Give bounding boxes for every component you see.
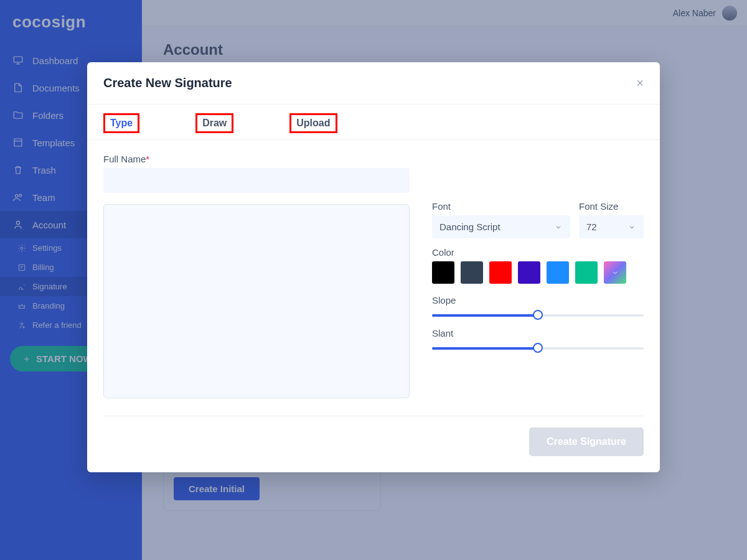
- font-size-select[interactable]: 72: [579, 215, 644, 238]
- color-swatches: [432, 261, 644, 284]
- color-red[interactable]: [489, 261, 512, 284]
- color-more[interactable]: [604, 261, 626, 284]
- font-size-value: 72: [586, 222, 597, 232]
- chevron-down-icon: [554, 223, 563, 231]
- font-label: Font: [432, 201, 570, 212]
- font-select[interactable]: Dancing Script: [432, 215, 570, 238]
- color-teal[interactable]: [575, 261, 598, 284]
- create-signature-modal: Create New Signature × Type Draw Upload …: [87, 62, 660, 472]
- full-name-input[interactable]: [103, 168, 410, 193]
- chevron-down-icon: [627, 223, 636, 231]
- slope-slider[interactable]: [432, 314, 644, 317]
- tab-draw[interactable]: Draw: [195, 113, 233, 133]
- slant-label: Slant: [432, 328, 644, 338]
- tab-type[interactable]: Type: [103, 113, 139, 133]
- color-purple[interactable]: [518, 261, 540, 284]
- font-size-label: Font Size: [579, 201, 644, 212]
- modal-title: Create New Signature: [103, 76, 232, 90]
- create-signature-button[interactable]: Create Signature: [529, 427, 644, 456]
- color-blue[interactable]: [547, 261, 569, 284]
- tab-upload[interactable]: Upload: [289, 113, 337, 133]
- chevron-down-icon: [611, 268, 619, 277]
- modal-tabs: Type Draw Upload: [87, 105, 660, 140]
- color-black[interactable]: [432, 261, 454, 284]
- full-name-label: Full Name*: [103, 154, 410, 164]
- slant-slider[interactable]: [432, 347, 644, 350]
- slope-label: Slope: [432, 295, 644, 306]
- modal-overlay: Create New Signature × Type Draw Upload …: [0, 0, 747, 560]
- color-slate[interactable]: [461, 261, 483, 284]
- color-label: Color: [432, 247, 644, 258]
- font-value: Dancing Script: [439, 222, 500, 232]
- close-icon[interactable]: ×: [636, 76, 644, 90]
- signature-preview: [103, 204, 410, 398]
